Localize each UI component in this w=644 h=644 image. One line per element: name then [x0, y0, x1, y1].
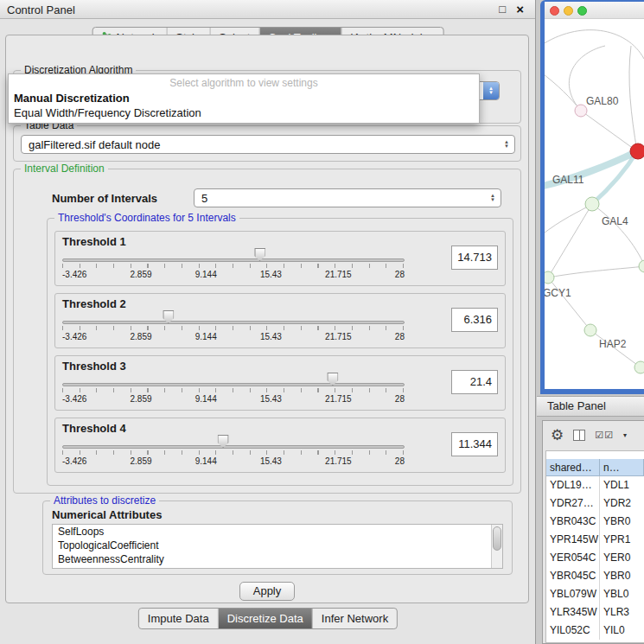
slider-track[interactable]	[62, 383, 405, 386]
table-row[interactable]: YBR043CYBR0	[546, 513, 644, 531]
thresholds-group-label: Threshold's Coordinates for 5 Intervals	[54, 212, 239, 224]
table-data-combobox[interactable]: galFiltered.sif default node ▲ ▼	[21, 135, 515, 154]
threshold-1-value-field[interactable]: 14.713	[451, 245, 498, 270]
tab-impute-data[interactable]: Impute Data	[139, 609, 218, 628]
table-row[interactable]: YBR045CYBR0	[546, 567, 644, 585]
algorithm-dropdown-popup: Select algorithm to view settings Manual…	[8, 73, 480, 124]
cell[interactable]: YBL079W	[546, 585, 600, 603]
network-window-titlebar	[545, 2, 644, 19]
cell[interactable]: YBR043C	[546, 513, 600, 531]
zoom-traffic-light[interactable]	[577, 6, 587, 16]
slider-track[interactable]	[62, 321, 405, 324]
table-data-combobox-value: galFiltered.sif default node	[22, 138, 504, 151]
cell[interactable]: YPR1	[600, 531, 644, 549]
close-traffic-light[interactable]	[550, 6, 559, 16]
node-gal4[interactable]	[585, 197, 599, 211]
network-graph[interactable]: GAL80 GAL11 GAL4 GCY1 HAP2	[545, 20, 644, 389]
tick-label: -3.426	[62, 456, 86, 466]
threshold-3-label: Threshold 3	[62, 360, 126, 373]
threshold-4-label: Threshold 4	[62, 422, 126, 435]
gear-icon[interactable]: ⚙	[551, 428, 564, 443]
table-row[interactable]: YDR27…YDR2	[546, 494, 644, 513]
cell[interactable]: YPR145W	[546, 531, 600, 549]
cell[interactable]: YLR3	[600, 603, 644, 622]
node-gcy1[interactable]	[545, 271, 554, 284]
popup-option-manual-discretization[interactable]: Manual Discretization	[9, 91, 479, 105]
table-row[interactable]: YBL079WYBL0	[546, 585, 644, 603]
slider-tick-marks	[62, 450, 405, 455]
control-panel-window: Control Panel □ × Network Style Select	[0, 0, 536, 644]
node-label-hap2: HAP2	[599, 338, 627, 350]
cell[interactable]: YLR345W	[546, 603, 600, 622]
tick-label: 2.859	[131, 394, 152, 404]
tick-label: 15.43	[260, 456, 282, 466]
cell[interactable]: YBR045C	[546, 567, 600, 585]
attributes-scrollbar[interactable]	[491, 525, 502, 568]
apply-button[interactable]: Apply	[239, 582, 295, 601]
tick-label: 28	[395, 456, 405, 466]
column-header-name[interactable]: n…	[600, 459, 644, 476]
select-columns-icon[interactable]: ☑☑	[595, 430, 614, 441]
cell[interactable]: YIL0	[600, 622, 644, 640]
attribute-item-topologicalcoefficient[interactable]: TopologicalCoefficient	[53, 539, 502, 552]
slider-tick-labels: -3.426 2.859 9.144 15.43 21.715 28	[62, 456, 405, 466]
cell[interactable]: YDR27…	[546, 494, 600, 513]
number-of-intervals-combobox[interactable]: 5 ▲ ▼	[194, 188, 501, 207]
threshold-3-value-field[interactable]: 21.4	[451, 370, 498, 394]
columns-icon[interactable]	[573, 430, 585, 441]
numerical-attributes-list[interactable]: SelfLoops TopologicalCoefficient Between…	[52, 524, 503, 569]
cell[interactable]: YBR0	[600, 513, 644, 531]
dropdown-arrow-icon[interactable]: ▾	[623, 431, 627, 439]
threshold-3-slider[interactable]: -3.426 2.859 9.144 15.43 21.715 28	[62, 372, 405, 408]
cell[interactable]: YDL1	[600, 476, 644, 494]
threshold-2-slider[interactable]: -3.426 2.859 9.144 15.43 21.715 28	[62, 309, 405, 346]
slider-tick-labels: -3.426 2.859 9.144 15.43 21.715 28	[62, 270, 405, 279]
threshold-4-value-field[interactable]: 11.344	[451, 432, 498, 456]
cell[interactable]: YER0	[600, 549, 644, 567]
threshold-4-slider[interactable]: -3.426 2.859 9.144 15.43 21.715 28	[62, 434, 405, 470]
tab-impute-data-label: Impute Data	[148, 612, 209, 625]
tick-label: 28	[395, 394, 405, 404]
tab-discretize-data[interactable]: Discretize Data	[218, 609, 312, 628]
minimize-traffic-light[interactable]	[564, 6, 573, 16]
table-row[interactable]: YIL052CYIL0	[546, 622, 644, 640]
cell[interactable]: YDL19…	[546, 476, 600, 494]
scrollbar-thumb[interactable]	[493, 526, 501, 551]
combo-arrows-icon: ▲ ▼	[483, 82, 499, 99]
tick-label: 21.715	[325, 394, 352, 404]
control-panel-titlebar[interactable]: Control Panel □ ×	[0, 0, 535, 19]
numerical-attributes-label: Numerical Attributes	[52, 508, 162, 521]
table-row[interactable]: YLR345WYLR3	[546, 603, 644, 622]
network-canvas[interactable]: GAL80 GAL11 GAL4 GCY1 HAP2	[545, 2, 644, 389]
cell[interactable]: YIL052C	[546, 622, 600, 640]
cell[interactable]: YBR0	[600, 567, 644, 585]
node-bottom-right[interactable]	[634, 361, 644, 373]
popup-option-equal-width-frequency[interactable]: Equal Width/Frequency Discretization	[9, 105, 479, 120]
node-red-selected[interactable]	[630, 143, 644, 159]
attribute-item-selfloops[interactable]: SelfLoops	[53, 525, 502, 539]
table-row[interactable]: YER054CYER0	[546, 549, 644, 567]
tab-infer-network[interactable]: Infer Network	[312, 609, 397, 628]
slider-track[interactable]	[62, 258, 405, 262]
tick-label: 21.715	[325, 456, 352, 466]
node-right-mid[interactable]	[639, 260, 644, 272]
attribute-item-betweennesscentrality[interactable]: BetweennessCentrality	[53, 552, 502, 566]
cell[interactable]: YBL0	[600, 585, 644, 603]
node-gal80[interactable]	[575, 105, 587, 117]
cell[interactable]: YDR2	[600, 494, 644, 513]
table-data-group: Table Data galFiltered.sif default node …	[13, 125, 521, 162]
column-header-shared-name[interactable]: shared…	[546, 459, 600, 476]
table-panel-titlebar[interactable]: Table Panel	[537, 396, 644, 417]
table-row[interactable]: YDL19…YDL1	[546, 476, 644, 494]
network-view-window[interactable]: GAL80 GAL11 GAL4 GCY1 HAP2	[540, 0, 644, 394]
float-window-icon[interactable]: □	[499, 3, 506, 16]
interval-definition-group: Interval Definition Number of Intervals …	[13, 169, 521, 494]
slider-tick-marks	[62, 326, 405, 330]
node-hap2[interactable]	[584, 324, 596, 336]
close-window-icon[interactable]: ×	[516, 2, 524, 16]
threshold-2-value-field[interactable]: 6.316	[451, 308, 498, 332]
table-row[interactable]: YPR145WYPR1	[546, 531, 644, 549]
slider-track[interactable]	[62, 445, 405, 449]
cell[interactable]: YER054C	[546, 549, 600, 567]
threshold-1-slider[interactable]: -3.426 2.859 9.144 15.43 21.715 28	[62, 247, 405, 284]
